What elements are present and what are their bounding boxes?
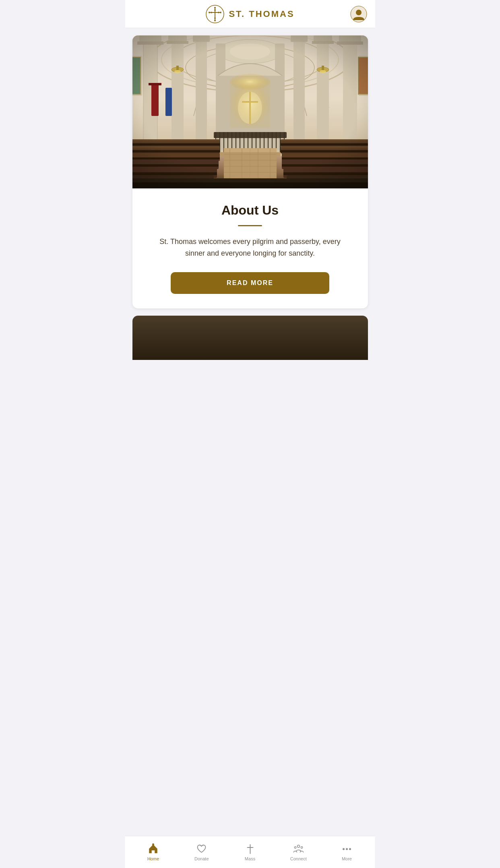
nav-item-connect[interactable]: Connect	[274, 840, 322, 864]
user-avatar-icon[interactable]	[350, 6, 367, 23]
nav-label-donate: Donate	[194, 856, 209, 861]
nav-item-mass[interactable]: Mass	[226, 840, 274, 864]
church-hero-image	[132, 35, 368, 188]
bottom-nav: Home Donate Mass Connect	[125, 836, 375, 868]
svg-point-125	[297, 845, 300, 847]
svg-marker-122	[152, 843, 155, 845]
svg-point-126	[294, 846, 296, 848]
hero-card: About Us St. Thomas welcomes every pilgr…	[132, 35, 368, 308]
main-content: About Us St. Thomas welcomes every pilgr…	[125, 35, 375, 392]
svg-point-127	[301, 846, 302, 848]
home-icon	[148, 843, 159, 855]
about-divider	[238, 225, 262, 226]
read-more-button[interactable]: READ MORE	[171, 272, 329, 294]
svg-point-12	[356, 10, 362, 15]
svg-rect-120	[132, 35, 368, 188]
next-section-preview	[132, 316, 368, 360]
svg-point-129	[346, 848, 348, 850]
nav-label-home: Home	[147, 856, 159, 861]
nav-label-connect: Connect	[290, 856, 307, 861]
nav-item-donate[interactable]: Donate	[178, 840, 226, 864]
more-dots-icon	[341, 843, 352, 855]
church-interior-svg	[132, 35, 368, 188]
nav-item-home[interactable]: Home	[129, 840, 178, 864]
about-section: About Us St. Thomas welcomes every pilgr…	[140, 188, 361, 308]
app-header: ST. THOMAS	[125, 0, 375, 28]
connect-people-icon	[293, 843, 304, 855]
donate-heart-icon	[196, 843, 207, 855]
about-title: About Us	[151, 203, 349, 218]
about-description: St. Thomas welcomes every pilgrim and pa…	[151, 236, 349, 259]
nav-label-mass: Mass	[245, 856, 255, 861]
church-cross-icon	[205, 4, 225, 24]
app-title: ST. THOMAS	[229, 9, 294, 19]
header-logo: ST. THOMAS	[205, 4, 294, 24]
svg-point-130	[349, 848, 351, 850]
nav-item-more[interactable]: More	[322, 840, 371, 864]
svg-point-128	[343, 848, 345, 850]
mass-cross-icon	[244, 843, 256, 855]
nav-label-more: More	[342, 856, 352, 861]
